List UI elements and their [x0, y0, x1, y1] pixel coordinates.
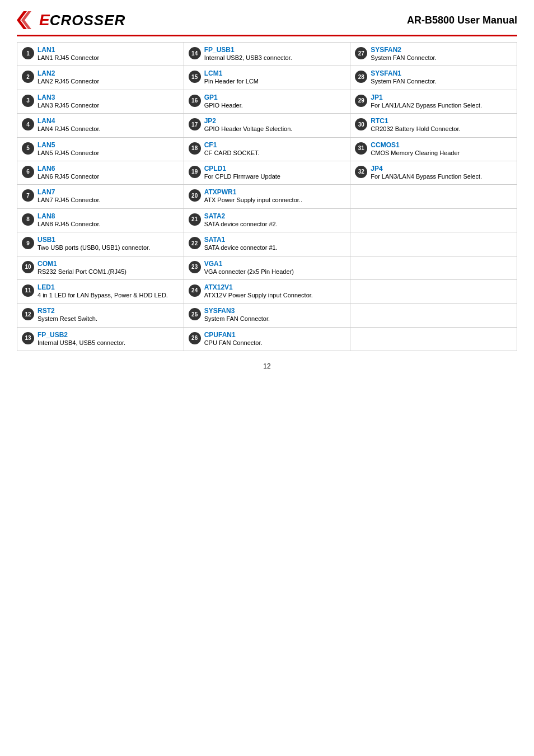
manual-title: AR-B5800 User Manual	[407, 15, 517, 26]
table-row: 7 LAN7 LAN7 RJ45 Connector. 20 ATXPWR1 A…	[17, 185, 517, 208]
item-title: LAN4	[38, 117, 179, 125]
item-title: COM1	[38, 260, 179, 268]
empty-cell	[350, 185, 517, 208]
item-desc: LAN5 RJ45 Connector	[38, 149, 179, 157]
connector-cell: 9 USB1 Two USB ports (USB0, USB1) connec…	[17, 232, 184, 256]
item-badge: 22	[189, 237, 201, 249]
item-content: FP_USB1 Internal USB2, USB3 connector.	[204, 46, 346, 62]
item-desc: SATA device connector #2.	[204, 220, 346, 228]
connector-cell: 22 SATA1 SATA device connector #1.	[184, 232, 350, 256]
item-desc: GPIO Header.	[204, 101, 346, 110]
table-row: 2 LAN2 LAN2 RJ45 Connector 15 LCM1 Pin H…	[17, 66, 517, 90]
item-title: LAN8	[38, 212, 179, 220]
connector-cell: 6 LAN6 LAN6 RJ45 Connector	[17, 161, 184, 184]
item-title: LAN3	[38, 94, 179, 101]
table-row: 9 USB1 Two USB ports (USB0, USB1) connec…	[17, 232, 517, 256]
item-title: USB1	[38, 236, 179, 244]
connector-cell: 8 LAN8 LAN8 RJ45 Connector.	[17, 208, 184, 232]
table-row: 13 FP_USB2 Internal USB4, USB5 connector…	[17, 327, 517, 351]
connector-cell: 26 CPUFAN1 CPU FAN Connector.	[184, 327, 350, 351]
item-title: LAN1	[38, 46, 179, 54]
item-badge: 3	[22, 95, 34, 107]
connector-cell: 13 FP_USB2 Internal USB4, USB5 connector…	[17, 327, 184, 351]
item-content: LAN2 LAN2 RJ45 Connector	[38, 69, 179, 86]
item-content: USB1 Two USB ports (USB0, USB1) connecto…	[38, 236, 179, 252]
item-badge: 5	[22, 142, 34, 155]
item-badge: 7	[22, 189, 34, 202]
connector-cell: 29 JP1 For LAN1/LAN2 Bypass Function Sel…	[350, 90, 517, 113]
item-badge: 20	[189, 189, 201, 202]
item-badge: 12	[22, 308, 34, 320]
table-row: 6 LAN6 LAN6 RJ45 Connector 19 CPLD1 For …	[17, 161, 517, 184]
item-content: CPLD1 For CPLD Firmware Update	[204, 165, 346, 181]
empty-cell	[350, 304, 517, 327]
item-content: CPUFAN1 CPU FAN Connector.	[204, 331, 346, 347]
item-badge: 26	[189, 332, 201, 344]
page-header: ECROSSER AR-B5800 User Manual	[17, 11, 517, 29]
empty-cell	[350, 208, 517, 232]
item-desc: LAN4 RJ45 Connector.	[38, 125, 179, 133]
connector-cell: 4 LAN4 LAN4 RJ45 Connector.	[17, 114, 184, 137]
connector-cell: 28 SYSFAN1 System FAN Connector.	[350, 66, 517, 90]
item-badge: 27	[355, 47, 367, 59]
item-title: LED1	[38, 283, 179, 291]
item-desc: CPU FAN Connector.	[204, 339, 346, 347]
item-badge: 24	[189, 284, 201, 297]
connector-cell: 7 LAN7 LAN7 RJ45 Connector.	[17, 185, 184, 208]
item-badge: 32	[355, 166, 367, 178]
connector-cell: 21 SATA2 SATA device connector #2.	[184, 208, 350, 232]
item-title: GP1	[204, 94, 346, 101]
table-row: 11 LED1 4 in 1 LED for LAN Bypass, Power…	[17, 279, 517, 303]
connector-cell: 5 LAN5 LAN5 RJ45 Connector	[17, 137, 184, 161]
item-desc: For LAN3/LAN4 Bypass Function Select.	[371, 172, 512, 181]
connector-cell: 23 VGA1 VGA connecter (2x5 Pin Header)	[184, 256, 350, 279]
item-content: SYSFAN3 System FAN Connector.	[204, 307, 346, 323]
item-title: SYSFAN1	[371, 69, 512, 77]
connector-cell: 10 COM1 RS232 Serial Port COM1.(RJ45)	[17, 256, 184, 279]
item-desc: ATX12V Power Supply input Connector.	[204, 291, 346, 300]
item-desc: LAN2 RJ45 Connector	[38, 77, 179, 86]
item-badge: 30	[355, 118, 367, 130]
item-desc: LAN1 RJ45 Connector	[38, 54, 179, 62]
item-desc: CF CARD SOCKET.	[204, 149, 346, 157]
item-title: CCMOS1	[371, 141, 512, 149]
item-content: LAN7 LAN7 RJ45 Connector.	[38, 188, 179, 204]
item-title: LAN5	[38, 141, 179, 149]
header-divider	[17, 35, 517, 36]
connector-cell: 14 FP_USB1 Internal USB2, USB3 connector…	[184, 43, 350, 66]
item-content: RST2 System Reset Switch.	[38, 307, 179, 323]
item-badge: 10	[22, 261, 34, 273]
item-title: ATXPWR1	[204, 188, 346, 196]
item-badge: 14	[189, 47, 201, 59]
page-number: 12	[17, 362, 517, 370]
empty-cell	[350, 256, 517, 279]
table-row: 10 COM1 RS232 Serial Port COM1.(RJ45) 23…	[17, 256, 517, 279]
item-content: GP1 GPIO Header.	[204, 94, 346, 110]
item-title: RTC1	[371, 117, 512, 125]
item-desc: GPIO Header Voltage Selection.	[204, 125, 346, 133]
item-badge: 17	[189, 118, 201, 130]
item-badge: 13	[22, 332, 34, 344]
item-badge: 2	[22, 71, 34, 83]
item-desc: Internal USB2, USB3 connector.	[204, 54, 346, 62]
connector-cell: 30 RTC1 CR2032 Battery Hold Connector.	[350, 114, 517, 137]
item-title: LAN6	[38, 165, 179, 172]
connector-cell: 24 ATX12V1 ATX12V Power Supply input Con…	[184, 279, 350, 303]
item-content: SATA2 SATA device connector #2.	[204, 212, 346, 228]
connector-cell: 31 CCMOS1 CMOS Memory Clearing Header	[350, 137, 517, 161]
item-content: VGA1 VGA connecter (2x5 Pin Header)	[204, 260, 346, 276]
connector-cell: 11 LED1 4 in 1 LED for LAN Bypass, Power…	[17, 279, 184, 303]
connector-cell: 19 CPLD1 For CPLD Firmware Update	[184, 161, 350, 184]
connector-cell: 27 SYSFAN2 System FAN Connector.	[350, 43, 517, 66]
item-content: LAN4 LAN4 RJ45 Connector.	[38, 117, 179, 133]
logo-e-letter: E	[39, 11, 50, 29]
item-badge: 4	[22, 118, 34, 130]
item-title: FP_USB1	[204, 46, 346, 54]
item-desc: For LAN1/LAN2 Bypass Function Select.	[371, 101, 512, 110]
connector-cell: 2 LAN2 LAN2 RJ45 Connector	[17, 66, 184, 90]
item-title: LAN2	[38, 69, 179, 77]
item-content: LAN3 LAN3 RJ45 Connector	[38, 94, 179, 110]
connector-cell: 16 GP1 GPIO Header.	[184, 90, 350, 113]
item-desc: RS232 Serial Port COM1.(RJ45)	[38, 268, 179, 276]
table-row: 12 RST2 System Reset Switch. 25 SYSFAN3 …	[17, 304, 517, 327]
